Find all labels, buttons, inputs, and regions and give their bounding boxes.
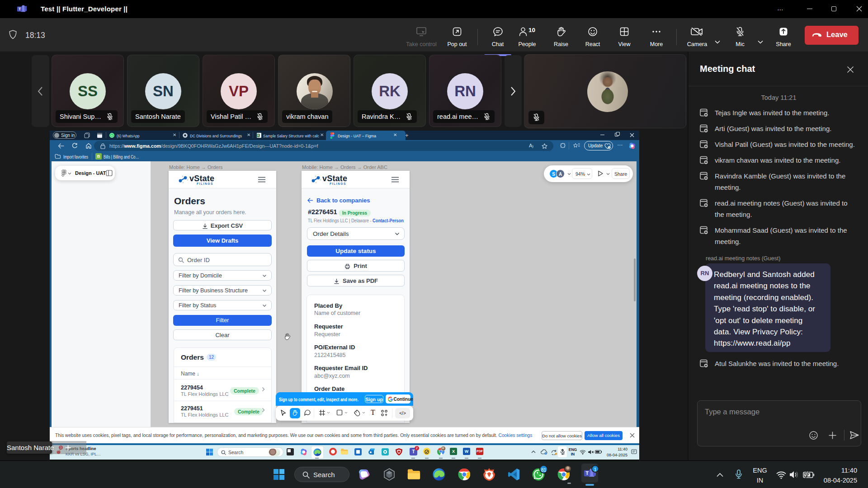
svg-text:T: T bbox=[19, 7, 21, 11]
svg-text:X: X bbox=[257, 134, 259, 137]
svg-text:10: 10 bbox=[528, 27, 535, 33]
svg-text:T: T bbox=[585, 470, 589, 476]
svg-text:!: ! bbox=[609, 146, 610, 149]
